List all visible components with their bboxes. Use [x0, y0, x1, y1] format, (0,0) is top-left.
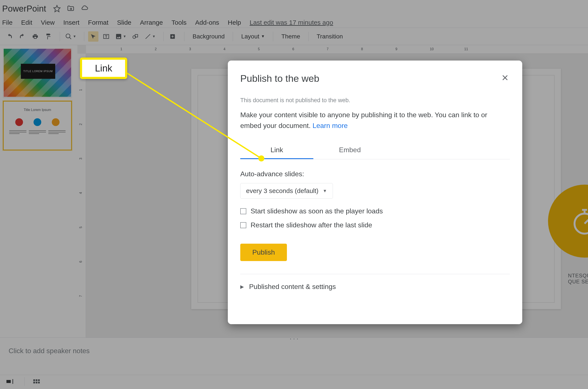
start-slideshow-checkbox-row: Start slideshow as soon as the player lo…	[240, 207, 510, 215]
published-content-expand[interactable]: ▶ Published content & settings	[240, 283, 510, 291]
chevron-right-icon: ▶	[240, 284, 244, 290]
menu-insert[interactable]: Insert	[63, 19, 79, 26]
restart-slideshow-label: Restart the slideshow after the last sli…	[251, 221, 372, 229]
speaker-notes-placeholder: Click to add speaker notes	[9, 347, 90, 355]
background-button[interactable]: Background	[188, 31, 229, 42]
transition-button[interactable]: Transition	[312, 31, 347, 42]
menu-slide[interactable]: Slide	[117, 19, 132, 26]
publish-button[interactable]: Publish	[240, 244, 287, 261]
menubar: File Edit View Insert Format Slide Arran…	[0, 17, 588, 28]
menu-file[interactable]: File	[2, 19, 12, 26]
start-slideshow-label: Start slideshow as soon as the player lo…	[251, 207, 383, 215]
annotation-dot	[258, 156, 264, 162]
vertical-ruler: 1 2 3 4 5 6 7	[77, 54, 86, 337]
menu-help[interactable]: Help	[228, 19, 241, 26]
bottom-separator	[25, 377, 25, 386]
thumb-circle-icon	[34, 118, 41, 126]
toolbar-separator	[163, 32, 164, 41]
slide-thumbnail-panel: TITLE LOREM IPSUM Title Lorem Ipsum	[0, 45, 77, 337]
menu-edit[interactable]: Edit	[21, 19, 32, 26]
image-button[interactable]: ▼	[114, 31, 128, 42]
horizontal-ruler: 1 2 3 4 5 6 7 8 9 10 11	[86, 45, 588, 54]
toolbar-separator	[84, 32, 84, 41]
auto-advance-label: Auto-advance slides:	[240, 170, 510, 178]
dialog-title: Publish to the web	[240, 73, 510, 84]
filmstrip-icon[interactable]	[6, 380, 11, 383]
restart-slideshow-checkbox-row: Restart the slideshow after the last sli…	[240, 221, 510, 229]
print-button[interactable]	[30, 31, 40, 42]
theme-button[interactable]: Theme	[277, 31, 304, 42]
toolbar-separator	[184, 32, 184, 41]
menu-format[interactable]: Format	[88, 19, 109, 26]
thumb-circle-icon	[52, 118, 60, 126]
undo-button[interactable]	[4, 31, 15, 42]
slide-thumbnail-2[interactable]: Title Lorem Ipsum	[3, 101, 72, 150]
star-icon[interactable]	[53, 5, 61, 12]
speaker-notes[interactable]: Click to add speaker notes	[0, 340, 588, 375]
menu-arrange[interactable]: Arrange	[140, 19, 163, 26]
layout-button[interactable]: Layout▼	[237, 31, 269, 42]
paint-format-button[interactable]	[43, 31, 53, 42]
dialog-tabs: Link Embed	[240, 142, 510, 159]
grid-view-icon[interactable]	[33, 379, 40, 384]
notes-splitter[interactable]	[0, 337, 588, 340]
textbox-button[interactable]	[101, 31, 111, 42]
line-button[interactable]: ▼	[143, 31, 157, 42]
dialog-divider	[240, 274, 510, 274]
tab-link[interactable]: Link	[240, 142, 313, 159]
toolbar-separator	[233, 32, 233, 41]
shape-button[interactable]	[130, 31, 141, 42]
thumbnail-title-box: TITLE LOREM IPSUM	[21, 64, 55, 79]
select-tool-button[interactable]	[88, 31, 98, 42]
add-comment-button[interactable]	[167, 31, 178, 42]
learn-more-link[interactable]: Learn more	[312, 122, 348, 130]
svg-point-6	[574, 214, 588, 233]
zoom-button[interactable]: ▼	[64, 31, 77, 42]
toolbar: ▼ ▼ ▼ Background Layout▼ Theme Transitio…	[0, 28, 588, 45]
cloud-icon[interactable]	[81, 5, 88, 12]
redo-button[interactable]	[17, 31, 28, 42]
toolbar-separator	[273, 32, 273, 41]
filmstrip-icon	[12, 379, 14, 384]
dialog-description: Make your content visible to anyone by p…	[240, 110, 510, 131]
dialog-status-text: This document is not published to the we…	[240, 97, 510, 104]
close-button[interactable]	[500, 73, 510, 82]
restart-slideshow-checkbox[interactable]	[240, 222, 246, 228]
bottom-bar	[0, 375, 588, 388]
slide-body-text: NTESQUE HABITANT QUE SENECTUS ET N	[568, 273, 588, 285]
menu-tools[interactable]: Tools	[172, 19, 186, 26]
menu-view[interactable]: View	[41, 19, 55, 26]
last-edit-link[interactable]: Last edit was 17 minutes ago	[250, 19, 333, 26]
toolbar-separator	[308, 32, 309, 41]
tab-embed[interactable]: Embed	[313, 142, 386, 159]
thumb-circle-icon	[15, 118, 23, 126]
start-slideshow-checkbox[interactable]	[240, 208, 246, 214]
auto-advance-select[interactable]: every 3 seconds (default)▼	[240, 183, 333, 198]
publish-dialog: Publish to the web This document is not …	[228, 61, 522, 324]
document-title[interactable]: PowerPoint	[2, 4, 46, 14]
titlebar: PowerPoint	[0, 0, 588, 17]
move-folder-icon[interactable]	[67, 5, 74, 12]
annotation-callout-box: Link	[80, 58, 127, 79]
thumbnail-content: Title Lorem Ipsum	[4, 101, 71, 150]
svg-point-1	[66, 34, 70, 38]
menu-addons[interactable]: Add-ons	[195, 19, 219, 26]
svg-marker-0	[54, 5, 60, 12]
slide-thumbnail-1[interactable]: TITLE LOREM IPSUM	[3, 48, 72, 97]
